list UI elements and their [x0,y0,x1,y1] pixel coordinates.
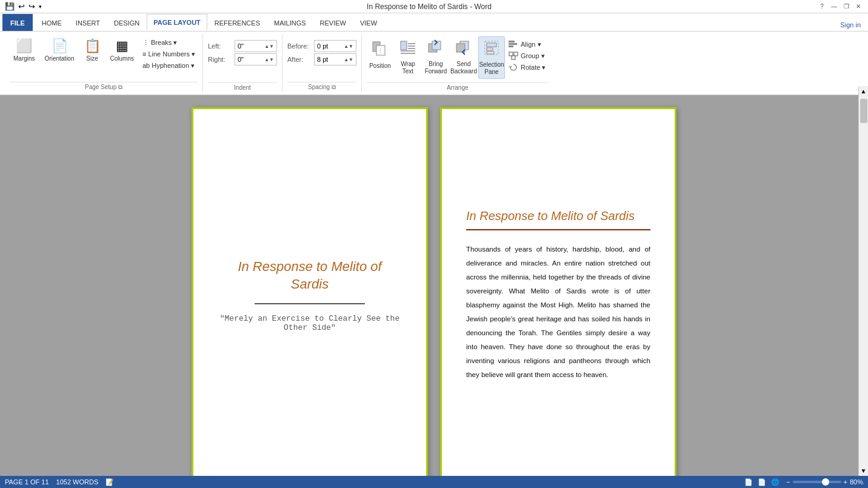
ribbon-group-spacing: Before: 0 pt ▲▼ After: 8 pt ▲▼ [282,34,362,92]
indent-right-input[interactable]: 0" ▲▼ [235,53,277,65]
orientation-button[interactable]: 📄 Orientation [41,36,78,64]
page-right: In Response to Melito of Sardis Thousand… [440,107,676,483]
group-label: Group ▾ [521,52,545,60]
columns-label: Columns [110,55,134,62]
spell-check-icon[interactable]: 📝 [105,478,114,486]
left-page-content: In Response to Melito of Sardis "Merely … [218,258,402,332]
view-buttons: 📄 📄 🌐 [743,477,781,487]
svg-rect-15 [487,48,493,50]
spacing-before-arrow: ▲▼ [344,44,353,49]
bring-forward-button[interactable]: BringForward [422,36,449,78]
spacing-before-value: 0 pt [317,42,328,50]
breaks-button[interactable]: ⋮ Breaks ▾ [140,38,198,48]
tab-insert[interactable]: INSERT [69,14,107,31]
zoom-in-button[interactable]: + [844,478,847,486]
ribbon-group-indent: Left: 0" ▲▼ Right: 0" ▲▼ [203,34,282,92]
zoom-out-button[interactable]: − [786,478,790,486]
vertical-scrollbar[interactable]: ▲ ▼ [858,86,868,476]
rotate-label: Rotate ▾ [521,64,546,72]
sign-in-link[interactable]: Sign in [835,19,866,31]
tab-file[interactable]: FILE [2,14,33,31]
columns-button[interactable]: ▦ Columns [107,36,138,64]
spacing-after-value: 8 pt [317,56,328,63]
align-label: Align ▾ [521,41,541,48]
svg-rect-3 [401,41,407,50]
redo-icon[interactable]: ↪ [28,2,35,11]
line-numbers-button[interactable]: ≡ Line Numbers ▾ [140,49,198,59]
scrollbar-up-button[interactable]: ▲ [859,86,868,96]
line-numbers-label: ≡ Line Numbers ▾ [142,50,195,58]
indent-left-label: Left: [208,42,232,50]
spacing-after-arrow: ▲▼ [344,57,353,62]
close-button[interactable]: ✕ [853,2,863,12]
ribbon: FILE HOME INSERT DESIGN PAGE LAYOUT REFE… [0,13,868,95]
orientation-icon: 📄 [52,38,68,54]
tab-review[interactable]: REVIEW [313,14,353,31]
read-mode-button[interactable]: 📄 [743,477,755,487]
svg-rect-19 [509,45,513,47]
send-backward-button[interactable]: SendBackward [450,36,477,78]
ribbon-group-page-setup: ⬜ Margins 📄 Orientation 📋 Size ▦ Columns… [5,34,203,92]
position-button[interactable]: ⋮ Position [367,36,393,74]
svg-rect-16 [487,52,494,54]
orientation-label: Orientation [45,55,75,62]
help-button[interactable]: ? [817,2,827,12]
status-bar: PAGE 1 OF 11 1052 WORDS 📝 📄 📄 🌐 − + 80% [0,476,868,488]
zoom-slider-track[interactable] [793,481,841,483]
indent-right-value: 0" [238,56,244,63]
scrollbar-down-button[interactable]: ▼ [859,466,868,476]
save-icon[interactable]: 💾 [5,2,15,11]
svg-rect-20 [509,52,513,56]
ribbon-tab-bar: FILE HOME INSERT DESIGN PAGE LAYOUT REFE… [0,13,868,32]
position-label: Position [369,62,391,70]
print-layout-button[interactable]: 📄 [756,477,768,487]
margins-icon: ⬜ [16,38,32,54]
spacing-after-label: After: [287,56,312,63]
indent-left-value: 0" [238,42,244,50]
size-label: Size [86,55,98,62]
arrange-group-label: Arrange [367,82,548,92]
hyphenation-button[interactable]: ab Hyphenation ▾ [140,61,198,71]
rotate-button[interactable]: Rotate ▾ [506,62,548,73]
zoom-slider-thumb[interactable] [822,478,829,486]
tab-design[interactable]: DESIGN [107,14,146,31]
size-icon: 📋 [84,38,101,54]
svg-rect-14 [487,43,496,47]
bring-forward-icon [427,39,444,59]
selection-pane-label: SelectionPane [479,61,504,76]
spacing-after-input[interactable]: 8 pt ▲▼ [314,53,356,65]
title-bar: 💾 ↩ ↪ ▾ In Response to Melito of Sardis … [0,0,868,13]
bring-forward-label: BringForward [425,61,447,75]
left-page-title: In Response to Melito of Sardis [218,258,402,293]
restore-button[interactable]: ❐ [841,2,851,12]
svg-rect-18 [509,43,517,45]
svg-text:⋮: ⋮ [378,48,383,54]
selection-pane-button[interactable]: SelectionPane [478,36,505,79]
align-button[interactable]: Align ▾ [506,39,548,50]
undo-icon[interactable]: ↩ [18,2,25,11]
indent-left-input[interactable]: 0" ▲▼ [235,40,277,52]
web-layout-button[interactable]: 🌐 [769,477,781,487]
tab-mailings[interactable]: MAILINGS [267,14,313,31]
word-count: 1052 WORDS [56,478,99,486]
page-setup-expand-icon[interactable]: ⧉ [118,84,122,90]
tab-references[interactable]: REFERENCES [208,14,267,31]
title-bar-title: In Response to Melito of Sardis - Word [41,2,817,11]
indent-right-arrow: ▲▼ [264,57,274,62]
minimize-button[interactable]: — [829,2,839,12]
right-page-body: Thousands of years of history, hardship,… [466,242,650,382]
position-icon: ⋮ [372,41,389,61]
spacing-before-input[interactable]: 0 pt ▲▼ [314,40,356,52]
margins-button[interactable]: ⬜ Margins [10,36,39,64]
tab-page-layout[interactable]: PAGE LAYOUT [147,14,207,31]
indent-right-label: Right: [208,56,232,63]
size-button[interactable]: 📋 Size [81,36,104,64]
paragraph-expand-icon[interactable]: ⧉ [332,84,336,90]
left-page-divider [255,303,365,304]
zoom-control: − + 80% [786,478,863,486]
wrap-text-button[interactable]: WrapText [395,36,421,78]
tab-view[interactable]: VIEW [353,14,384,31]
scrollbar-thumb[interactable] [860,99,867,123]
group-button[interactable]: Group ▾ [506,50,548,61]
tab-home[interactable]: HOME [35,14,68,31]
